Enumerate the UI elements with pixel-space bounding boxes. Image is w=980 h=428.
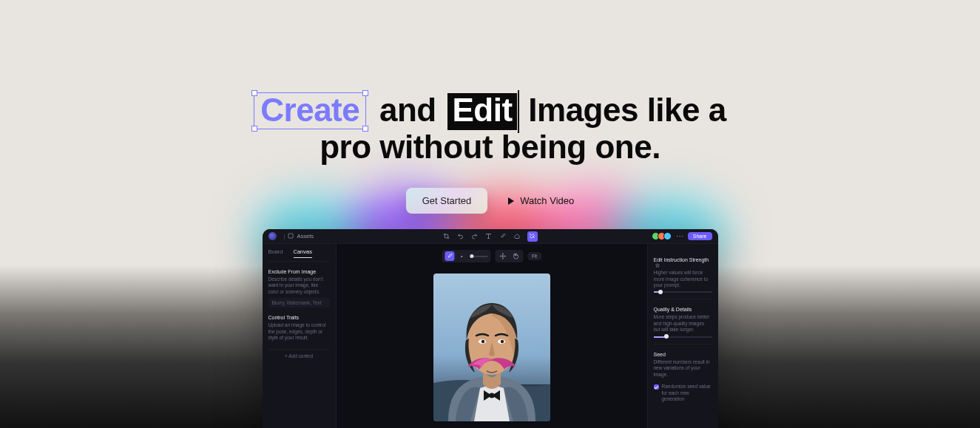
text-icon[interactable] xyxy=(485,233,492,240)
hero-line-2: pro without being one. xyxy=(320,129,660,165)
wand-icon[interactable] xyxy=(527,231,538,242)
hero-word-and: and xyxy=(379,92,436,128)
canvas-toolbar: • Fit xyxy=(442,250,541,262)
exclude-input[interactable]: Blurry, Watermark, Text xyxy=(268,298,330,308)
strength-section: Edit Instruction Strength Higher values … xyxy=(654,257,712,299)
strength-desc: Higher values will force more image cohe… xyxy=(654,270,712,288)
hero: Create and Edit Images like a pro withou… xyxy=(0,0,980,214)
more-icon[interactable]: ⋯ xyxy=(676,232,683,240)
redo-icon[interactable] xyxy=(471,233,478,240)
breadcrumb-item[interactable] xyxy=(288,233,294,240)
seed-section: Seed Different numbers result in new var… xyxy=(654,352,712,409)
randomize-seed-checkbox[interactable] xyxy=(654,384,659,390)
canvas[interactable]: • Fit xyxy=(337,244,647,428)
app-window: | Assets ⋯ Share Bo xyxy=(263,229,718,428)
hero-rest-1: Images like a xyxy=(528,92,726,128)
watch-video-label: Watch Video xyxy=(520,195,574,206)
strength-title: Edit Instruction Strength xyxy=(654,257,712,268)
undo-icon[interactable] xyxy=(457,233,464,240)
svg-point-5 xyxy=(481,340,484,343)
control-section: Control Traits Upload an image to contro… xyxy=(268,315,330,341)
breadcrumb-current[interactable]: Assets xyxy=(297,233,314,240)
cta-row: Get Started Watch Video xyxy=(0,188,980,214)
canvas-fit-button[interactable]: Fit xyxy=(527,252,541,260)
hero-word-edit: Edit xyxy=(447,93,516,130)
left-tabs: Board Canvas xyxy=(268,244,330,262)
randomize-seed-label: Randomize seed value for each new genera… xyxy=(662,384,712,402)
seed-desc: Different numbers result in new variatio… xyxy=(654,359,712,378)
exclude-title: Exclude From Image xyxy=(268,269,330,274)
canvas-image[interactable] xyxy=(433,274,550,421)
left-panel: Board Canvas Exclude From Image Describe… xyxy=(263,244,337,428)
brush-icon[interactable] xyxy=(499,233,506,240)
quality-slider[interactable] xyxy=(654,336,712,338)
watch-video-button[interactable]: Watch Video xyxy=(508,195,574,206)
breadcrumb-sep: | xyxy=(284,233,285,240)
play-icon xyxy=(508,197,514,205)
hero-title: Create and Edit Images like a pro withou… xyxy=(0,92,980,164)
svg-rect-0 xyxy=(288,234,293,238)
app-topbar: | Assets ⋯ Share xyxy=(263,229,718,244)
strength-slider[interactable] xyxy=(654,291,712,293)
crop-icon[interactable] xyxy=(443,233,450,240)
get-started-button[interactable]: Get Started xyxy=(406,188,487,214)
tab-canvas[interactable]: Canvas xyxy=(294,248,312,258)
tab-board[interactable]: Board xyxy=(268,248,283,258)
canvas-tool-select[interactable] xyxy=(445,251,454,261)
app-logo-icon[interactable] xyxy=(268,232,277,240)
quality-title: Quality & Details xyxy=(654,307,712,312)
share-button[interactable]: Share xyxy=(688,232,712,240)
canvas-tool-hand[interactable] xyxy=(510,251,520,261)
exclude-desc: Describe details you don't want in your … xyxy=(268,276,330,295)
control-desc: Upload an image to control the pose, edg… xyxy=(268,322,330,341)
top-toolbar xyxy=(443,231,538,242)
collaborator-avatars[interactable] xyxy=(654,232,672,240)
eraser-icon[interactable] xyxy=(513,233,520,240)
control-title: Control Traits xyxy=(268,315,330,320)
brush-size-slider[interactable] xyxy=(470,256,487,257)
canvas-tool-dot[interactable]: • xyxy=(457,251,467,261)
svg-point-2 xyxy=(489,393,494,398)
svg-point-7 xyxy=(500,340,503,343)
canvas-tool-move[interactable] xyxy=(498,251,507,261)
right-panel: Edit Instruction Strength Higher values … xyxy=(647,244,718,428)
quality-section: Quality & Details More steps produce bet… xyxy=(654,307,712,344)
seed-title: Seed xyxy=(654,352,712,357)
avatar[interactable] xyxy=(663,232,672,240)
exclude-section: Exclude From Image Describe details you … xyxy=(268,269,330,308)
add-control-button[interactable]: + Add control xyxy=(268,349,330,359)
quality-desc: More steps produce better and high-quali… xyxy=(654,314,712,333)
hero-word-create: Create xyxy=(254,92,366,129)
